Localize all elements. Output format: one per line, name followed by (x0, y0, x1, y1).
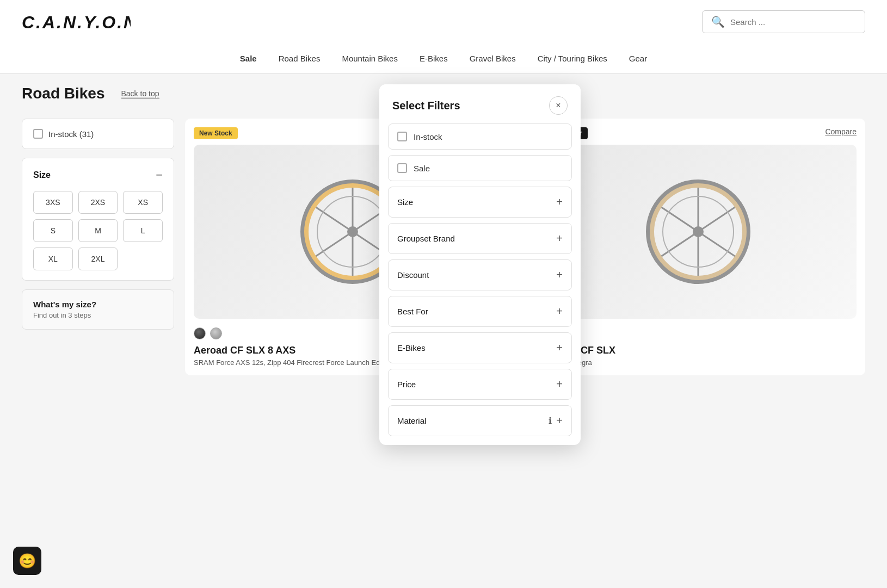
what-my-size-subtitle: Find out in 3 steps (33, 311, 163, 319)
color-swatch-dark[interactable] (194, 327, 206, 339)
size-btn-xl[interactable]: XL (33, 247, 73, 270)
size-btn-xs[interactable]: XS (123, 191, 163, 214)
filter-groupset-plus-icon: + (556, 232, 563, 245)
filter-discount-label: Discount (397, 270, 429, 280)
size-grid: 3XS 2XS XS S M L XL 2XL (33, 191, 163, 270)
filter-bestfor-label: Best For (397, 307, 428, 316)
filter-instock-checkbox[interactable] (397, 132, 407, 141)
filter-sale-item[interactable]: Sale (388, 155, 572, 181)
size-filter-header: Size − (33, 168, 163, 182)
filter-sale-label: Sale (414, 164, 430, 173)
search-icon: 🔍 (711, 15, 725, 28)
product-2-image (539, 145, 857, 319)
product-2-name[interactable]: Ultimate CF SLX (539, 345, 857, 356)
instock-checkbox[interactable] (33, 129, 43, 139)
filter-modal: Select Filters × In-stock Sale Size + Gr… (379, 84, 581, 386)
size-btn-s[interactable]: S (33, 219, 73, 242)
instock-checkbox-wrapper[interactable]: In-stock (31) (33, 129, 163, 139)
nav-item-sale[interactable]: Sale (240, 54, 257, 63)
filter-ebikes-label: E-Bikes (397, 343, 426, 352)
modal-body: In-stock Sale Size + Groupset Brand + Di… (379, 123, 581, 386)
product-2-footer: Ultimate CF SLX Shimano Ultegra (539, 327, 857, 367)
sidebar: In-stock (31) Size − 3XS 2XS XS S M L XL… (22, 119, 174, 375)
nav-item-e-bikes[interactable]: E-Bikes (420, 54, 448, 63)
size-filter-section: Size − 3XS 2XS XS S M L XL 2XL (22, 158, 174, 281)
instock-filter-card: In-stock (31) (22, 119, 174, 149)
size-btn-2xs[interactable]: 2XS (78, 191, 118, 214)
size-filter-label: Size (33, 170, 51, 180)
svg-text:C.A.N.Y.O.N: C.A.N.Y.O.N (22, 13, 131, 32)
filter-price-plus-icon: + (556, 378, 563, 386)
instock-label: In-stock (31) (48, 129, 94, 139)
nav-item-mountain-bikes[interactable]: Mountain Bikes (342, 54, 398, 63)
filter-bestfor-expand[interactable]: Best For + (388, 296, 572, 327)
size-btn-m[interactable]: M (78, 219, 118, 242)
filter-size-expand[interactable]: Size + (388, 187, 572, 218)
filter-groupset-expand[interactable]: Groupset Brand + (388, 223, 572, 254)
nav-item-gravel-bikes[interactable]: Gravel Bikes (470, 54, 516, 63)
filter-size-label: Size (397, 197, 413, 207)
size-btn-3xs[interactable]: 3XS (33, 191, 73, 214)
filter-price-expand[interactable]: Price + (388, 369, 572, 386)
badge-new-stock: New Stock (194, 127, 238, 139)
modal-close-button[interactable]: × (549, 96, 568, 115)
size-btn-2xl[interactable]: 2XL (78, 247, 118, 270)
filter-ebikes-plus-icon: + (556, 342, 563, 354)
filter-instock-item[interactable]: In-stock (388, 123, 572, 150)
back-to-top-link[interactable]: Back to top (121, 89, 159, 98)
what-my-size-title: What's my size? (33, 300, 163, 309)
color-swatch-light[interactable] (210, 327, 222, 339)
filter-size-plus-icon: + (556, 196, 563, 208)
search-box[interactable]: 🔍 (702, 10, 865, 33)
main-nav: Sale Road Bikes Mountain Bikes E-Bikes G… (0, 44, 887, 73)
modal-title: Select Filters (392, 100, 460, 112)
product-card-2: Powermeter Compare (531, 119, 865, 375)
filter-bestfor-plus-icon: + (556, 305, 563, 318)
nav-item-gear[interactable]: Gear (629, 54, 647, 63)
product-2-desc: Shimano Ultegra (539, 358, 857, 367)
product-2-colors (539, 327, 857, 339)
modal-header: Select Filters × (379, 84, 581, 123)
logo[interactable]: C.A.N.Y.O.N (22, 9, 131, 35)
filter-instock-label: In-stock (414, 132, 442, 141)
what-my-size-card[interactable]: What's my size? Find out in 3 steps (22, 289, 174, 330)
size-btn-l[interactable]: L (123, 219, 163, 242)
search-input[interactable] (730, 17, 856, 27)
filter-groupset-label: Groupset Brand (397, 234, 455, 243)
size-collapse-button[interactable]: − (156, 168, 163, 182)
compare-button[interactable]: Compare (825, 127, 857, 139)
nav-item-road-bikes[interactable]: Road Bikes (279, 54, 321, 63)
product-2-badges: Powermeter Compare (539, 127, 857, 139)
nav-item-city-touring[interactable]: City / Touring Bikes (538, 54, 607, 63)
filter-price-label: Price (397, 380, 416, 386)
filter-discount-plus-icon: + (556, 269, 563, 281)
filter-ebikes-expand[interactable]: E-Bikes + (388, 332, 572, 363)
page-title: Road Bikes (22, 85, 105, 102)
filter-sale-checkbox[interactable] (397, 163, 407, 173)
filter-discount-expand[interactable]: Discount + (388, 259, 572, 290)
